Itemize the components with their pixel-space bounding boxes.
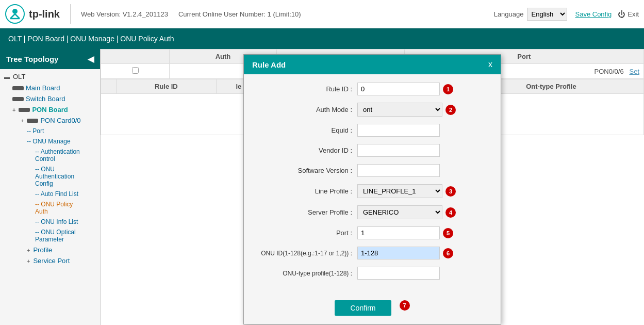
profile-expand-icon: +: [27, 247, 30, 253]
web-version: Web Version: V1.2.4_201123: [81, 10, 168, 18]
port-label: Port: [32, 127, 44, 135]
service-port-expand-icon: +: [27, 258, 30, 264]
onu-id-input[interactable]: [357, 247, 440, 259]
software-version-row: Software Version :: [254, 164, 490, 177]
step-badge-4: 4: [445, 207, 456, 218]
modal-overlay: Rule Add x Rule ID : 1 Auth Mode :: [101, 49, 644, 325]
equid-row: Equid :: [254, 124, 490, 137]
confirm-button[interactable]: Confirm: [335, 300, 391, 316]
step-badge-2: 2: [445, 105, 456, 115]
onu-info-prefix: --: [35, 218, 41, 225]
onu-policy-auth-label: ONU Policy Auth: [35, 201, 73, 215]
onu-policy-prefix: --: [35, 201, 41, 208]
auth-mode-select[interactable]: ont sn password sn+password: [357, 103, 442, 117]
sidebar-item-main-board[interactable]: Main Board: [0, 83, 100, 93]
breadcrumb: OLT | PON Board | ONU Manage | ONU Polic…: [0, 28, 644, 49]
rule-id-row: Rule ID : 1: [254, 83, 490, 95]
pon-card-expand-icon: +: [21, 118, 24, 124]
step-badge-5: 5: [443, 228, 453, 238]
port-row: Port : 5: [254, 226, 490, 239]
sidebar-item-onu-info[interactable]: -- ONU Info List: [0, 217, 100, 227]
pon-board-icon: [19, 108, 30, 112]
sidebar-item-auth-control[interactable]: -- Authentication Control: [0, 147, 100, 164]
modal-close-button[interactable]: x: [488, 60, 492, 69]
vendor-id-input[interactable]: [357, 144, 440, 157]
sidebar-item-onu-auth-config[interactable]: -- ONU Authentication Config: [0, 164, 100, 189]
rule-id-label: Rule ID :: [254, 85, 357, 93]
sidebar-title: Tree Topology ◀: [0, 49, 100, 69]
onu-id-row: ONU ID(1-128(e.g.:1-17 or 1,2)) : 6: [254, 247, 490, 259]
step-badge-6: 6: [443, 248, 453, 258]
content-area: Foro ISP Auth Target Port: [101, 49, 644, 325]
port-label: Port :: [254, 229, 357, 237]
auth-prefix: --: [35, 148, 41, 155]
exit-area[interactable]: ⏻ Exit: [618, 10, 639, 19]
tp-link-logo-icon: [5, 4, 25, 24]
step-badge-7: 7: [400, 300, 410, 311]
step-badge-3: 3: [445, 186, 456, 197]
app-header: tp-link Web Version: V1.2.4_201123 Curre…: [0, 0, 644, 28]
modal-title: Rule Add: [252, 60, 286, 69]
power-icon: ⏻: [618, 10, 625, 19]
equid-input[interactable]: [357, 124, 440, 137]
sidebar-item-profile[interactable]: + Profile: [0, 245, 100, 255]
onu-manage-label: ONU Manage: [32, 138, 70, 145]
auto-find-label: Auto Find List: [41, 190, 78, 198]
rule-id-input[interactable]: [357, 83, 440, 95]
tree-olt-root: ▬ OLT: [0, 71, 100, 83]
save-config-button[interactable]: Save Config: [575, 10, 612, 18]
main-board-icon: [12, 86, 24, 90]
equid-label: Equid :: [254, 126, 357, 134]
line-profile-select[interactable]: LINE_PROFLE_1 LINE_PROFLE_2: [357, 184, 442, 198]
onu-optical-label: ONU Optical Parameter: [35, 229, 76, 243]
breadcrumb-text: OLT | PON Board | ONU Manage | ONU Polic…: [8, 35, 174, 43]
pon-board-expand-icon: +: [12, 107, 15, 113]
sidebar-item-pon-board[interactable]: + PON Board: [0, 104, 100, 115]
main-board-label: Main Board: [26, 84, 60, 92]
online-users: Current Online User Number: 1 (Limit:10): [178, 10, 301, 18]
rule-add-modal: Rule Add x Rule ID : 1 Auth Mode :: [243, 54, 501, 324]
server-profile-label: Server Profile :: [254, 208, 357, 216]
auth-control-label: Authentication Control: [35, 148, 80, 163]
language-select[interactable]: English Chinese: [527, 8, 567, 21]
sidebar-item-onu-policy-auth[interactable]: -- ONU Policy Auth: [0, 199, 100, 217]
onu-type-label: ONU-type profile(1-128) :: [254, 270, 357, 277]
language-area: Language English Chinese: [494, 8, 567, 21]
step-badge-1: 1: [443, 84, 453, 94]
pon-board-label: PON Board: [32, 106, 68, 113]
auth-mode-label: Auth Mode :: [254, 106, 357, 113]
main-layout: Tree Topology ◀ ▬ OLT Main Board Switch …: [0, 49, 644, 325]
olt-label: OLT: [13, 73, 25, 80]
svg-point-1: [12, 9, 18, 14]
sidebar-item-switch-board[interactable]: Switch Board: [0, 93, 100, 104]
line-profile-row: Line Profile : LINE_PROFLE_1 LINE_PROFLE…: [254, 184, 490, 198]
onu-auth-prefix: --: [35, 166, 41, 173]
line-profile-label: Line Profile :: [254, 187, 357, 195]
language-label: Language: [494, 10, 524, 18]
pon-card-icon: [27, 119, 38, 123]
switch-board-label: Switch Board: [26, 95, 65, 103]
server-profile-select[interactable]: GENERICO DEFAULT: [357, 205, 442, 219]
profile-label: Profile: [33, 246, 52, 254]
sidebar-toggle-button[interactable]: ◀: [88, 54, 94, 64]
sidebar-item-port[interactable]: -- Port: [0, 126, 100, 136]
logo-text: tp-link: [29, 8, 60, 20]
modal-body: Rule ID : 1 Auth Mode : ont sn password …: [244, 74, 501, 295]
sidebar-item-onu-manage[interactable]: -- ONU Manage: [0, 136, 100, 147]
sidebar-item-pon-card[interactable]: + PON Card0/0: [0, 115, 100, 126]
onu-type-input[interactable]: [357, 267, 440, 280]
switch-board-icon: [12, 97, 24, 101]
sidebar-item-onu-optical[interactable]: -- ONU Optical Parameter: [0, 227, 100, 245]
server-profile-row: Server Profile : GENERICO DEFAULT 4: [254, 205, 490, 219]
vendor-id-row: Vendor ID :: [254, 144, 490, 157]
header-info: Web Version: V1.2.4_201123 Current Onlin…: [81, 10, 494, 18]
software-version-label: Software Version :: [254, 167, 357, 174]
sidebar-item-service-port[interactable]: + Service Port: [0, 255, 100, 266]
sidebar-item-auto-find[interactable]: -- Auto Find List: [0, 189, 100, 199]
logo-area: tp-link: [5, 4, 71, 24]
onu-manage-prefix: --: [27, 138, 32, 145]
port-prefix: --: [27, 127, 32, 135]
onu-type-row: ONU-type profile(1-128) :: [254, 267, 490, 280]
port-input[interactable]: [357, 226, 440, 239]
software-version-input[interactable]: [357, 164, 440, 177]
